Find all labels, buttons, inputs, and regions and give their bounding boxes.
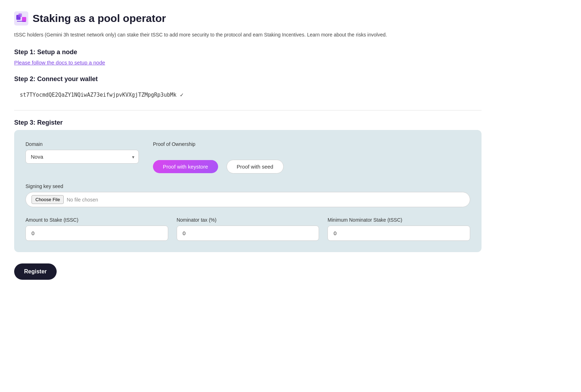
check-icon: ✓ [180,91,184,98]
docs-link[interactable]: Please follow the docs to setup a node [14,59,105,66]
page-title: Staking as a pool operator [33,12,166,24]
domain-select-wrapper: Nova System ▾ [25,150,139,164]
domain-field-group: Domain Nova System ▾ [25,141,139,164]
wallet-address-row: st7TYocmdQE2QaZY1NQiwAZ73eifwjpvKVXgjTZM… [14,86,482,103]
step3-heading: Step 3: Register [14,119,482,126]
wallet-address: st7TYocmdQE2QaZY1NQiwAZ73eifwjpvKVXgjTZM… [20,92,177,98]
amount-stake-input[interactable] [25,226,168,241]
amount-stake-field: Amount to Stake (tSSC) [25,217,168,241]
step1-heading: Step 1: Setup a node [14,49,482,56]
domain-label: Domain [25,141,139,147]
step2-heading: Step 2: Connect your wallet [14,75,482,83]
file-input-wrapper: Choose File No file chosen [25,192,470,207]
proof-buttons: Proof with keystore Proof with seed [153,150,470,174]
description-text: tSSC holders (Gemini 3h testnet network … [14,31,482,39]
signing-key-section: Signing key seed Choose File No file cho… [25,183,470,207]
proof-keystore-button[interactable]: Proof with keystore [153,160,218,173]
domain-select[interactable]: Nova System [25,150,139,164]
register-card: Domain Nova System ▾ Proof of Ownership … [14,130,482,252]
divider [14,110,482,110]
min-nominator-label: Minimum Nominator Stake (tSSC) [327,217,470,223]
proof-of-ownership-group: Proof of Ownership Proof with keystore P… [153,141,470,174]
choose-file-button[interactable]: Choose File [32,195,64,204]
page-title-row: Staking as a pool operator [14,11,482,25]
domain-proof-row: Domain Nova System ▾ Proof of Ownership … [25,141,470,174]
min-nominator-field: Minimum Nominator Stake (tSSC) [327,217,470,241]
amount-stake-label: Amount to Stake (tSSC) [25,217,168,223]
nominator-tax-field: Nominator tax (%) [177,217,319,241]
nominator-tax-label: Nominator tax (%) [177,217,319,223]
staking-icon [14,11,28,25]
amounts-row: Amount to Stake (tSSC) Nominator tax (%)… [25,217,470,241]
signing-key-label: Signing key seed [25,183,470,189]
register-button[interactable]: Register [14,263,57,280]
file-name-text: No file chosen [67,197,98,203]
nominator-tax-input[interactable] [177,226,319,241]
svg-rect-3 [18,13,22,17]
step2-section: Step 2: Connect your wallet st7TYocmdQE2… [14,75,482,103]
proof-ownership-label: Proof of Ownership [153,141,470,147]
proof-seed-button[interactable]: Proof with seed [227,160,284,174]
min-nominator-input[interactable] [327,226,470,241]
